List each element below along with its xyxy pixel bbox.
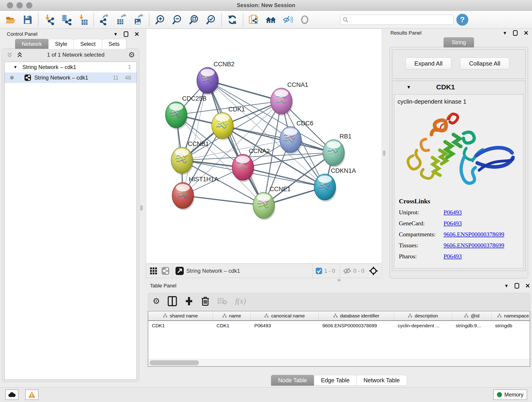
column-header-shared-name[interactable]: shared name	[148, 311, 213, 320]
search-field[interactable]	[340, 15, 454, 25]
import-table-file-icon[interactable]	[77, 14, 89, 25]
close-panel-icon[interactable]: ✕	[134, 31, 139, 38]
save-session-icon[interactable]	[22, 14, 33, 25]
crosslink-row: GeneCard:P06493	[399, 220, 504, 227]
collapse-all-button[interactable]: Collapse All	[460, 57, 509, 70]
network-row[interactable]: String Network – cdk1 11 48	[5, 72, 137, 83]
float-panel-icon[interactable]	[124, 32, 128, 37]
scrollbar-thumb[interactable]	[150, 360, 199, 365]
network-collection-row[interactable]: ▼ String Network – cdk1 1	[5, 62, 137, 72]
hidden-eye-icon[interactable]	[343, 267, 351, 274]
zoom-selected-icon[interactable]	[205, 14, 216, 25]
table-row[interactable]: CDK1CDK1P064939606.ENSP00000378699cyclin…	[148, 321, 530, 331]
delete-column-trash-icon[interactable]	[201, 296, 209, 306]
zoom-fit-icon[interactable]	[188, 14, 199, 25]
help-icon[interactable]: ?	[456, 14, 468, 26]
column-header-description[interactable]: description	[394, 311, 452, 320]
gene-expander-icon[interactable]: ▼	[406, 85, 411, 90]
zoom-out-icon[interactable]	[171, 14, 182, 25]
column-header-database-identifier[interactable]: database identifier	[319, 311, 394, 320]
tab-sets[interactable]: Sets	[102, 39, 126, 49]
column-header-canonical-name[interactable]: canonical name	[251, 311, 319, 320]
tab-node-table[interactable]: Node Table	[271, 375, 314, 386]
export-network-icon[interactable]	[99, 14, 110, 25]
export-table-icon[interactable]	[116, 14, 127, 25]
level-of-detail-icon[interactable]	[299, 14, 310, 25]
crosslink-link[interactable]: P06493	[443, 253, 462, 260]
first-neighbors-icon[interactable]	[265, 14, 276, 25]
import-network-database-icon[interactable]	[60, 14, 71, 25]
left-splitter-handle[interactable]	[140, 205, 143, 211]
node-CCNB2[interactable]: CCNB2	[197, 61, 234, 95]
show-columns-icon[interactable]	[168, 296, 177, 306]
node-CDKN1A[interactable]: CDKN1A	[314, 167, 356, 202]
expand-all-tree-icon[interactable]	[16, 51, 23, 58]
panel-menu-icon[interactable]: ▼	[504, 283, 509, 288]
grid-view-icon[interactable]	[149, 267, 158, 275]
crosslink-link[interactable]: P06493	[443, 220, 462, 227]
node-CCNE1[interactable]: CCNE1	[253, 186, 291, 220]
edge-CCNB2-CCNE1[interactable]	[208, 80, 264, 205]
tab-style[interactable]: Style	[48, 39, 74, 49]
edge-CDK1-RB1[interactable]	[222, 126, 334, 153]
import-network-file-icon[interactable]	[44, 14, 55, 25]
detach-view-icon[interactable]	[175, 267, 184, 275]
refresh-icon[interactable]	[227, 14, 238, 25]
node-RB1[interactable]: RB1	[323, 133, 352, 167]
edge-HIST1H1A-CCNE1[interactable]	[183, 196, 264, 205]
expand-all-button[interactable]: Expand All	[405, 57, 451, 70]
collapse-all-tree-icon[interactable]	[6, 51, 13, 58]
memory-button[interactable]: Memory	[493, 389, 527, 400]
float-panel-icon[interactable]	[515, 283, 519, 288]
close-panel-icon[interactable]: ✕	[525, 282, 530, 289]
panel-menu-icon[interactable]: ▼	[502, 31, 507, 36]
zoom-in-icon[interactable]	[154, 14, 165, 25]
column-header-name[interactable]: name	[213, 311, 251, 320]
close-panel-icon[interactable]: ✕	[524, 30, 529, 37]
tab-edge-table[interactable]: Edge Table	[314, 375, 357, 386]
network-node-count: 11	[113, 75, 119, 81]
gene-entry-header[interactable]: ▼ CDK1	[392, 81, 525, 93]
tab-select[interactable]: Select	[74, 39, 102, 49]
fit-content-crosshair-icon[interactable]	[368, 266, 379, 276]
create-column-plus-icon[interactable]	[185, 296, 193, 306]
crosslink-link[interactable]: P06493	[443, 209, 462, 216]
export-image-icon[interactable]	[133, 14, 144, 25]
tab-network[interactable]: Network	[15, 39, 49, 49]
right-splitter-handle[interactable]	[383, 150, 385, 156]
table-horizontal-scrollbar[interactable]	[148, 359, 530, 366]
node-table[interactable]: shared namenamecanonical namedatabase id…	[148, 311, 530, 367]
function-builder-icon[interactable]: f(x)	[235, 297, 246, 306]
panel-splitter-handle[interactable]	[337, 279, 341, 281]
node-CCNA2[interactable]: CCNA2	[232, 148, 270, 182]
table-options-gear-icon[interactable]: ⚙	[152, 296, 160, 306]
open-session-icon[interactable]	[5, 14, 16, 25]
selected-checkbox-icon[interactable]	[316, 268, 322, 274]
cloud-status-button[interactable]	[5, 389, 19, 400]
collection-expander-icon[interactable]: ▼	[13, 65, 17, 70]
network-view-list-icon[interactable]	[161, 267, 170, 275]
column-header-@id[interactable]: @id	[452, 311, 491, 320]
node-CDK1[interactable]: CDK1	[212, 106, 245, 140]
node-CCNA1[interactable]: CCNA1	[271, 81, 308, 116]
delete-table-icon[interactable]	[217, 297, 227, 305]
tab-string[interactable]: String	[443, 37, 474, 47]
node-HIST1H1A[interactable]: HIST1H1A	[172, 176, 218, 210]
clone-network-icon[interactable]	[248, 14, 259, 25]
tab-network-table[interactable]: Network Table	[356, 375, 407, 386]
show-hide-graphics-icon[interactable]	[282, 14, 293, 25]
crosslink-link[interactable]: 9606.ENSP00000378699	[443, 242, 504, 249]
search-input[interactable]	[348, 17, 449, 23]
crosslink-label: Uniprot:	[399, 209, 443, 216]
node-CCNB1[interactable]: CCNB1	[171, 140, 209, 175]
crosslink-link[interactable]: 9606.ENSP00000378699	[443, 231, 504, 238]
node-CDC25B[interactable]: CDC25B	[165, 95, 207, 129]
network-options-gear-icon[interactable]: ⚙	[128, 51, 135, 59]
network-canvas[interactable]: CCNB2CCNA1CDC25BCDK1CDC6RB1CCNB1CCNA2CDK…	[146, 29, 382, 264]
float-panel-icon[interactable]	[513, 30, 518, 36]
column-type-icon	[222, 313, 227, 318]
column-type-icon	[333, 313, 338, 318]
warnings-button[interactable]	[25, 389, 38, 400]
column-header-namespace[interactable]: namespace	[491, 311, 530, 320]
panel-menu-icon[interactable]: ▼	[113, 32, 118, 37]
